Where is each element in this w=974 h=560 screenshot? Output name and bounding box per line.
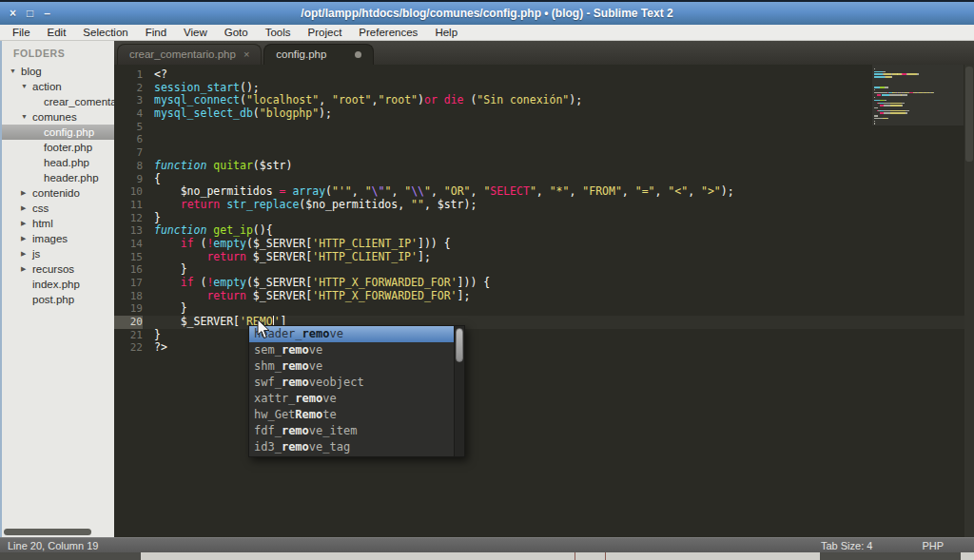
minimap-line: [874, 71, 960, 72]
code-line-7[interactable]: 7: [114, 146, 974, 160]
tab-size-indicator[interactable]: Tab Size: 4: [821, 540, 872, 551]
sidebar-item-comunes[interactable]: ▼comunes: [2, 109, 114, 125]
autocomplete-item-fdf_remove_item[interactable]: fdf_remove_item: [249, 423, 464, 439]
sidebar-item-contenido[interactable]: ▶contenido: [2, 185, 114, 201]
line-number: 15: [114, 251, 143, 264]
code-line-20[interactable]: 20 $_SERVER['REMO']: [114, 316, 974, 329]
autocomplete-item-header_remove[interactable]: header_remove: [249, 326, 464, 342]
editor-region: crear_comentario.php×config.php 1<?2sess…: [114, 41, 974, 537]
code-text: if (!empty($_SERVER['HTTP_CLIENT_IP'])) …: [143, 238, 451, 251]
code-line-21[interactable]: 21}: [114, 329, 974, 342]
sidebar-hscroll-track[interactable]: [2, 528, 114, 536]
menu-item-goto[interactable]: Goto: [216, 25, 257, 41]
minimap-line: [874, 73, 960, 74]
tab-crear_comentario-php[interactable]: crear_comentario.php×: [117, 44, 262, 65]
code-line-1[interactable]: 1<?: [114, 68, 974, 82]
sidebar-item-footer-php[interactable]: footer.php: [2, 140, 114, 155]
menu-item-edit[interactable]: Edit: [39, 25, 75, 41]
line-number: 19: [114, 302, 143, 316]
menu-item-selection[interactable]: Selection: [74, 25, 136, 41]
code-line-5[interactable]: 5: [114, 121, 974, 134]
desktop-taskbar-sliver: [0, 552, 974, 560]
code-text: mysql_select_db("blogphp");: [143, 107, 332, 121]
autocomplete-scrollbar-thumb[interactable]: [456, 328, 463, 362]
minimap[interactable]: [874, 68, 960, 126]
code-line-2[interactable]: 2session_start();: [114, 82, 974, 95]
minimap-line: [874, 79, 960, 80]
syntax-indicator[interactable]: PHP: [922, 540, 944, 551]
menu-item-tools[interactable]: Tools: [257, 25, 300, 41]
line-number: 4: [114, 107, 143, 121]
autocomplete-item-hw_GetRemote[interactable]: hw_GetRemote: [249, 407, 464, 423]
code-line-8[interactable]: 8function quitar($str): [114, 160, 974, 173]
code-text: ?>: [143, 341, 167, 355]
tab-label: config.php: [276, 45, 326, 65]
menu-item-file[interactable]: File: [4, 25, 39, 41]
sidebar-item-crear_comentario[interactable]: crear_comentario: [2, 94, 114, 109]
editor-vertical-scrollbar[interactable]: [964, 65, 974, 537]
code-text: }: [143, 329, 161, 342]
sidebar-item-action[interactable]: ▼action: [2, 79, 114, 94]
code-text: function quitar($str): [143, 160, 292, 173]
autocomplete-item-shm_remove[interactable]: shm_remove: [249, 358, 464, 375]
code-line-4[interactable]: 4mysql_select_db("blogphp");: [114, 107, 974, 121]
editor-vertical-scrollbar-thumb[interactable]: [965, 67, 973, 162]
tab-config-php[interactable]: config.php: [263, 44, 374, 65]
code-area[interactable]: 1<?2session_start();3mysql_connect("loca…: [114, 65, 974, 537]
line-number: 20: [114, 316, 143, 329]
code-line-13[interactable]: 13function get_ip(){: [114, 224, 974, 238]
menu-item-help[interactable]: Help: [426, 25, 466, 41]
sidebar-item-images[interactable]: ▶images: [2, 231, 114, 246]
close-icon[interactable]: ×: [10, 2, 16, 25]
code-line-15[interactable]: 15 return $_SERVER['HTTP_CLIENT_IP'];: [114, 251, 974, 264]
sidebar-item-config-php[interactable]: config.php: [2, 125, 114, 140]
code-text: [143, 121, 154, 134]
sidebar-item-css[interactable]: ▶css: [2, 201, 114, 216]
sidebar-item-label: images: [32, 231, 68, 246]
sidebar-item-post-php[interactable]: post.php: [2, 292, 114, 307]
autocomplete-item-xattr_remove[interactable]: xattr_remove: [249, 391, 464, 407]
code-text: session_start();: [143, 82, 260, 95]
sidebar-item-label: blog: [21, 64, 42, 79]
window-title: /opt/lampp/htdocs/blog/comunes/config.ph…: [0, 7, 974, 20]
chevron-right-icon: ▶: [21, 246, 32, 261]
sidebar-item-head-php[interactable]: head.php: [2, 155, 114, 170]
code-line-22[interactable]: 22?>: [114, 341, 974, 355]
code-line-10[interactable]: 10 $no_permitidos = array("'", "\"", "\\…: [114, 185, 974, 199]
code-line-11[interactable]: 11 return str_replace($no_permitidos, ""…: [114, 199, 974, 212]
menu-item-view[interactable]: View: [175, 25, 216, 41]
code-line-6[interactable]: 6: [114, 133, 974, 146]
code-text: }: [143, 263, 187, 277]
autocomplete-item-id3_remove_tag[interactable]: id3_remove_tag: [249, 439, 464, 455]
menu-item-find[interactable]: Find: [137, 25, 175, 41]
sidebar-item-recursos[interactable]: ▶recursos: [2, 261, 114, 277]
menu-item-preferences[interactable]: Preferences: [350, 25, 426, 41]
sidebar-item-blog[interactable]: ▼blog: [2, 64, 114, 79]
code-line-3[interactable]: 3mysql_connect("localhost", "root","root…: [114, 94, 974, 107]
minimap-line: [874, 110, 960, 111]
chevron-down-icon: ▼: [21, 109, 32, 125]
sidebar-item-index-php[interactable]: index.php: [2, 277, 114, 292]
title-bar[interactable]: ×□– /opt/lampp/htdocs/blog/comunes/confi…: [0, 0, 974, 25]
tab-close-icon[interactable]: ×: [244, 45, 249, 65]
code-line-18[interactable]: 18 return $_SERVER['HTTP_X_FORWARDED_FOR…: [114, 290, 974, 303]
tab-label: crear_comentario.php: [129, 45, 236, 65]
code-line-17[interactable]: 17 if (!empty($_SERVER['HTTP_X_FORWARDED…: [114, 277, 974, 290]
sidebar-item-js[interactable]: ▶js: [2, 246, 114, 261]
code-line-9[interactable]: 9{: [114, 173, 974, 186]
code-line-12[interactable]: 12}: [114, 212, 974, 225]
sidebar-item-html[interactable]: ▶html: [2, 216, 114, 231]
autocomplete-item-swf_removeobject[interactable]: swf_removeobject: [249, 375, 464, 391]
code-line-14[interactable]: 14 if (!empty($_SERVER['HTTP_CLIENT_IP']…: [114, 238, 974, 251]
code-line-19[interactable]: 19 }: [114, 302, 974, 316]
menu-item-project[interactable]: Project: [300, 25, 351, 41]
sidebar-hscroll-thumb[interactable]: [4, 529, 91, 535]
autocomplete-item-sem_remove[interactable]: sem_remove: [249, 342, 464, 358]
minimap-line: [874, 118, 960, 119]
sidebar-item-header-php[interactable]: header.php: [2, 170, 114, 185]
code-line-16[interactable]: 16 }: [114, 263, 974, 277]
maximize-icon[interactable]: □: [27, 2, 33, 25]
minimap-line: [874, 82, 960, 83]
autocomplete-scrollbar-track[interactable]: [454, 326, 464, 456]
minimize-icon[interactable]: –: [44, 2, 50, 25]
